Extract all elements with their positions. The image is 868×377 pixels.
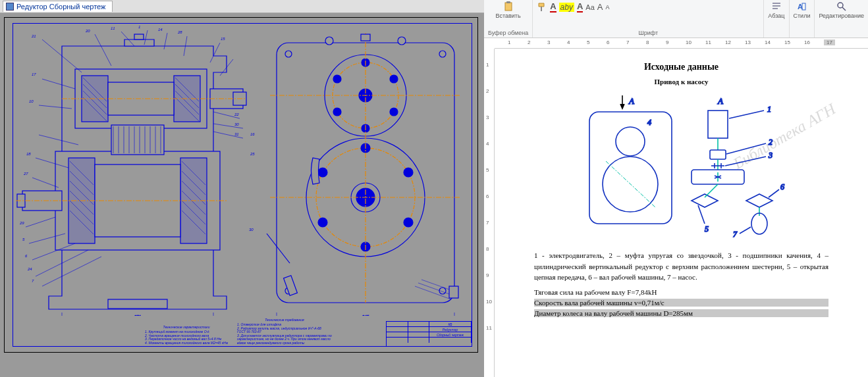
callout: 24 [28, 267, 32, 271]
styles-button[interactable]: A Стили [794, 1, 811, 19]
styles-icon: A [796, 1, 807, 12]
paste-button[interactable]: Вставить [488, 1, 528, 19]
assembly-icon [6, 3, 14, 11]
svg-text:1: 1 [767, 105, 771, 114]
doc-container: 1 2 3 4 5 6 7 8 9 10 11 Библиотека АГН И… [484, 49, 868, 377]
ribbon-editing-group: Редактирование [815, 0, 868, 38]
callout: 5 [22, 238, 24, 241]
callout: 11 [111, 26, 115, 30]
callout: 7 [32, 279, 34, 283]
svg-rect-106 [361, 34, 370, 41]
svg-line-137 [726, 143, 766, 154]
kinematic-diagram: А А 4 1 [576, 92, 787, 243]
callout: 22 [234, 113, 239, 116]
svg-line-142 [725, 157, 766, 166]
callout: 29 [20, 221, 24, 225]
svg-rect-107 [449, 286, 458, 298]
paragraph-button[interactable]: Абзац [768, 1, 784, 19]
svg-line-129 [606, 161, 655, 207]
paragraph-icon [771, 1, 782, 12]
title-block: КБ Редуктор Сборный чертеж [386, 321, 472, 346]
svg-line-155 [740, 227, 751, 234]
callout: 25 [250, 152, 255, 156]
editing-button[interactable]: Редактирование [819, 1, 864, 19]
doc-subtitle: Привод к насосу [534, 78, 828, 86]
svg-rect-135 [710, 150, 726, 159]
font-color-button[interactable]: A [550, 1, 556, 13]
svg-line-149 [698, 205, 705, 224]
cad-tab-active[interactable]: Редуктор Сборный чертеж [3, 1, 113, 12]
doc-title: Исходные данные [534, 62, 828, 72]
legend-text: 1 - электродвигатель, 2 – муфта упругая … [534, 250, 828, 283]
svg-text:7: 7 [733, 230, 738, 239]
callout: 14 [158, 28, 163, 32]
ribbon-para-group: Абзац [764, 0, 789, 38]
svg-text:2: 2 [769, 138, 773, 147]
callout: 21 [32, 34, 36, 38]
callout: 30 [249, 228, 254, 232]
svg-text:271: 271 [134, 314, 141, 316]
notes-left: Технические характеристики 1. Крутящий м… [145, 326, 228, 345]
param-force: Тяговая сила на рабочем валу F=7,84kH [534, 288, 828, 296]
svg-point-78 [390, 108, 398, 116]
callout: 16 [250, 132, 255, 136]
font-color2-button[interactable]: A [577, 1, 583, 13]
svg-point-77 [390, 75, 398, 83]
drawing-sheet: 271 [4, 17, 478, 353]
svg-rect-35 [111, 125, 164, 155]
highlight-button[interactable]: aby [559, 3, 574, 12]
cad-drawing-area[interactable]: 271 [0, 13, 484, 377]
word-panel: Вставить Буфер обмена A aby A Aa A A Шри… [484, 0, 868, 377]
cad-viewer-panel: Редуктор Сборный чертеж [0, 0, 484, 377]
callout: 28 [178, 30, 182, 34]
ruler-horizontal[interactable]: 1 2 3 4 5 6 7 8 9 10 11 12 13 14 15 16 1… [495, 38, 868, 49]
svg-rect-126 [589, 112, 672, 224]
svg-line-63 [26, 217, 55, 227]
svg-line-62 [32, 178, 59, 188]
param-diameter: Диаметр колеса на валу рабочей машины D=… [534, 309, 828, 317]
svg-point-154 [751, 213, 767, 234]
callout: 10 [29, 99, 34, 103]
svg-point-80 [333, 108, 341, 116]
svg-text:4: 4 [647, 118, 651, 127]
ruler-vertical[interactable]: 1 2 3 4 5 6 7 8 9 10 11 [484, 49, 495, 377]
find-icon [836, 1, 847, 12]
svg-text:А: А [628, 96, 634, 106]
callout: 20 [86, 29, 90, 33]
svg-point-121 [838, 3, 843, 8]
callout: 30 [234, 122, 239, 126]
shrink-font-button[interactable]: A [605, 4, 609, 11]
svg-line-133 [729, 111, 764, 118]
callout: 1 [138, 25, 140, 29]
grow-font-button[interactable]: A [597, 2, 603, 12]
param-velocity: Скорость вала рабочей машины v=0,71м/с [534, 299, 828, 307]
svg-point-127 [616, 127, 645, 156]
svg-text:А: А [717, 96, 723, 106]
svg-line-122 [842, 7, 846, 11]
cad-tab-label: Редуктор Сборный чертеж [16, 3, 105, 11]
svg-point-105 [398, 37, 406, 45]
cad-tab-bar: Редуктор Сборный чертеж [0, 0, 484, 13]
doc-page[interactable]: Библиотека АГН Исходные данные Привод к … [495, 49, 868, 377]
svg-point-87 [404, 168, 413, 177]
svg-point-91 [318, 168, 327, 177]
svg-point-81 [333, 75, 341, 83]
callout: 6 [25, 254, 27, 258]
callout: 27 [24, 172, 28, 176]
svg-rect-0 [134, 34, 144, 39]
svg-line-148 [705, 184, 718, 197]
notes-right: Технические требования 1. Отверстия для … [237, 318, 332, 345]
svg-point-104 [325, 37, 333, 45]
callout: 31 [234, 132, 239, 136]
ribbon-font-group: A aby A Aa A A Шрифт [533, 0, 764, 38]
callout: 15 [221, 37, 225, 41]
change-case-button[interactable]: Aa [585, 3, 594, 11]
svg-point-90 [318, 218, 327, 227]
ribbon: Вставить Буфер обмена A aby A Aa A A Шри… [484, 0, 868, 38]
svg-point-88 [404, 218, 413, 227]
ribbon-clipboard-group: Вставить Буфер обмена [484, 0, 533, 38]
format-painter-icon[interactable] [537, 2, 547, 13]
drawing-frame: 271 [13, 23, 472, 347]
section-view-drawing: 271 [16, 26, 253, 316]
front-view-drawing: 245 272 [263, 26, 468, 316]
